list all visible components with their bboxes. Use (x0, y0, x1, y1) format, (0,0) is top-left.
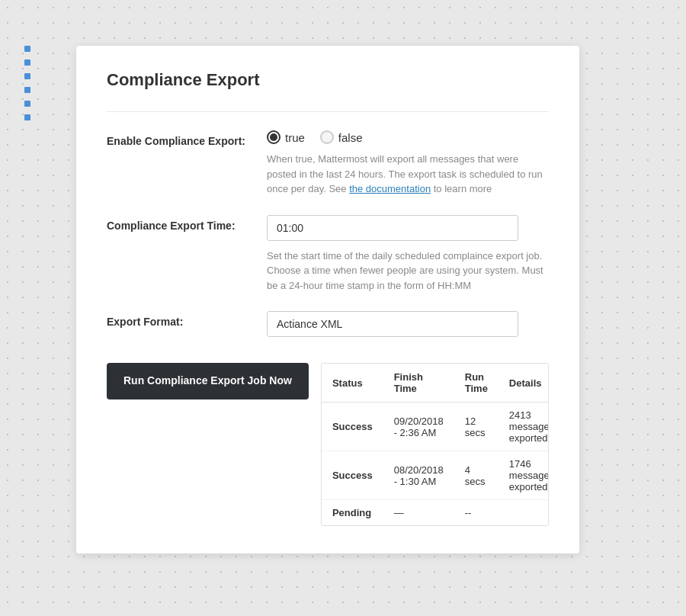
cell-status: Pending (322, 500, 383, 526)
sidebar-dot (24, 73, 30, 79)
compliance-export-card: Compliance Export Enable Compliance Expo… (76, 46, 579, 553)
col-details: Details (498, 364, 549, 403)
table-row: Success 09/20/2018 - 2:36 AM 12 secs 241… (322, 403, 549, 451)
cell-status: Success (322, 403, 383, 451)
enable-radio-group: true false (267, 130, 549, 144)
export-format-content (267, 311, 549, 345)
run-compliance-export-button[interactable]: Run Compliance Export Job Now (107, 363, 309, 399)
radio-true-label: true (285, 131, 305, 144)
enable-compliance-content: true false When true, Mattermost will ex… (267, 130, 549, 197)
cell-details (498, 500, 549, 526)
cell-status: Success (322, 451, 383, 500)
export-format-input[interactable] (267, 311, 518, 337)
col-run-time: Run Time (454, 364, 498, 403)
sidebar-dot (24, 46, 30, 52)
radio-true-circle[interactable] (267, 130, 280, 144)
bottom-section: Run Compliance Export Job Now Status Fin… (107, 363, 549, 526)
radio-false-option[interactable]: false (320, 130, 363, 144)
sidebar-dots (24, 46, 30, 120)
jobs-table-container: Status Finish Time Run Time Details Succ… (321, 363, 549, 526)
enable-compliance-row: Enable Compliance Export: true false Whe… (107, 130, 549, 197)
export-format-label: Export Format: (107, 311, 267, 328)
export-time-content: Set the start time of the daily schedule… (267, 215, 549, 294)
sidebar-dot (24, 101, 30, 107)
cell-run-time: 4 secs (454, 451, 498, 500)
cell-run-time: -- (454, 500, 498, 526)
sidebar-dot (24, 87, 30, 93)
cell-details: 2413 messages exported (498, 403, 549, 451)
radio-false-circle[interactable] (320, 130, 334, 144)
cell-finish-time: — (383, 500, 454, 526)
export-time-description: Set the start time of the daily schedule… (267, 249, 549, 294)
sidebar-dot (24, 114, 30, 120)
export-format-row: Export Format: (107, 311, 549, 345)
table-row: Success 08/20/2018 - 1:30 AM 4 secs 1746… (322, 451, 549, 500)
cell-finish-time: 08/20/2018 - 1:30 AM (383, 451, 454, 500)
documentation-link[interactable]: the documentation (349, 183, 431, 194)
export-time-label: Compliance Export Time: (107, 215, 267, 232)
radio-true-option[interactable]: true (267, 130, 305, 144)
jobs-table: Status Finish Time Run Time Details Succ… (322, 364, 549, 525)
table-row: Pending — -- (322, 500, 549, 526)
export-time-input[interactable] (267, 215, 518, 241)
cell-finish-time: 09/20/2018 - 2:36 AM (383, 403, 454, 451)
cell-run-time: 12 secs (454, 403, 498, 451)
cell-details: 1746 messages exported (498, 451, 549, 500)
sidebar-dot (24, 59, 30, 66)
page-title: Compliance Export (107, 70, 549, 90)
enable-description: When true, Mattermost will export all me… (267, 152, 549, 197)
col-status: Status (322, 364, 383, 403)
divider (107, 111, 549, 112)
col-finish-time: Finish Time (383, 364, 454, 403)
enable-compliance-label: Enable Compliance Export: (107, 130, 267, 147)
radio-false-label: false (338, 131, 363, 144)
export-time-row: Compliance Export Time: Set the start ti… (107, 215, 549, 294)
table-header-row: Status Finish Time Run Time Details (322, 364, 549, 403)
